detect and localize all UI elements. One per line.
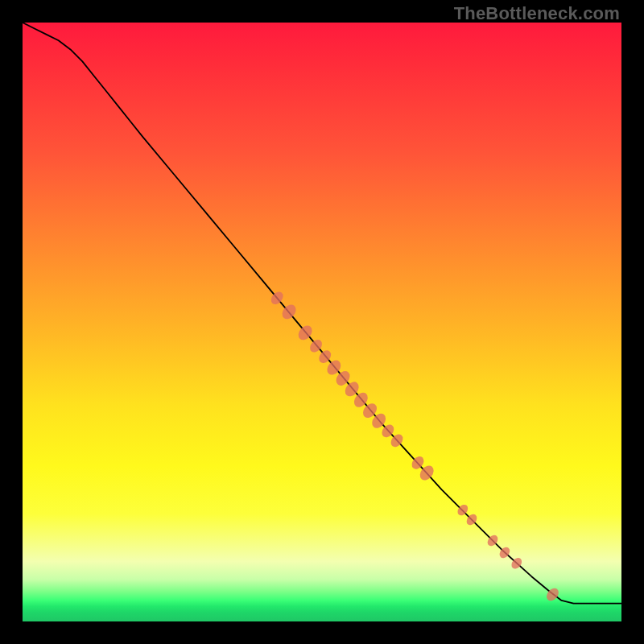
markers-group (269, 289, 561, 603)
chart-frame: TheBottleneck.com (0, 0, 644, 644)
chart-overlay-svg (23, 23, 621, 621)
curve-line (23, 23, 621, 604)
plot-area (23, 23, 621, 621)
watermark-text: TheBottleneck.com (454, 3, 620, 24)
